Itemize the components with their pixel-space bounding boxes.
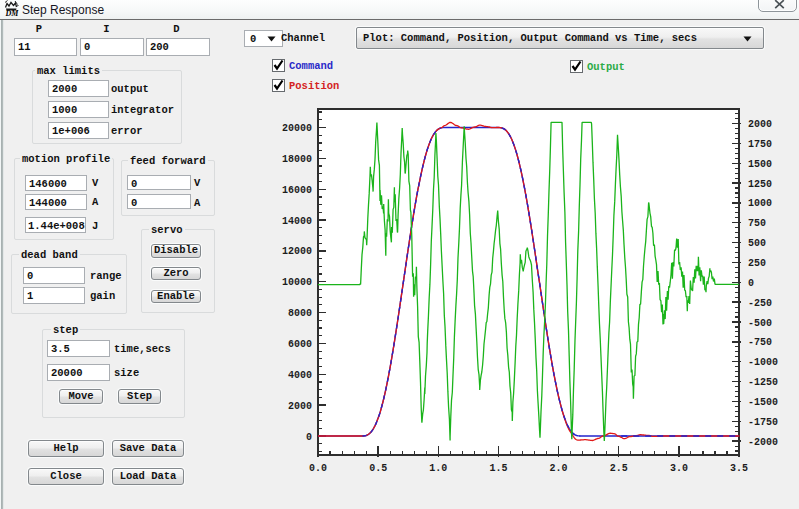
svg-text:1000: 1000 [748,198,772,209]
svg-text:250: 250 [748,258,766,269]
svg-text:16000: 16000 [282,185,312,196]
svg-text:2000: 2000 [748,119,772,130]
svg-text:12000: 12000 [282,246,312,257]
svg-text:0.5: 0.5 [369,463,387,474]
svg-text:1250: 1250 [748,179,772,190]
svg-text:2000: 2000 [288,401,312,412]
svg-text:0: 0 [748,278,754,289]
svg-text:-250: -250 [748,298,772,309]
svg-text:1500: 1500 [748,159,772,170]
svg-text:0: 0 [306,432,312,443]
svg-text:-1250: -1250 [748,377,778,388]
svg-text:-2000: -2000 [748,437,778,448]
svg-text:20000: 20000 [282,123,312,134]
svg-text:1.5: 1.5 [489,463,507,474]
svg-text:-1500: -1500 [748,397,778,408]
svg-text:750: 750 [748,218,766,229]
svg-text:8000: 8000 [288,308,312,319]
svg-text:4000: 4000 [288,370,312,381]
svg-text:2.0: 2.0 [550,463,568,474]
svg-text:0.0: 0.0 [309,463,327,474]
svg-text:-1750: -1750 [748,417,778,428]
svg-text:-500: -500 [748,318,772,329]
svg-text:2.5: 2.5 [610,463,628,474]
svg-text:DM: DM [5,9,20,17]
svg-text:-750: -750 [748,337,772,348]
svg-text:14000: 14000 [282,216,312,227]
svg-text:3.0: 3.0 [670,463,688,474]
svg-text:10000: 10000 [282,277,312,288]
svg-text:500: 500 [748,238,766,249]
svg-text:1.0: 1.0 [429,463,447,474]
svg-text:1750: 1750 [748,139,772,150]
svg-text:3.5: 3.5 [730,463,748,474]
svg-text:18000: 18000 [282,154,312,165]
svg-text:6000: 6000 [288,339,312,350]
svg-text:-1000: -1000 [748,357,778,368]
